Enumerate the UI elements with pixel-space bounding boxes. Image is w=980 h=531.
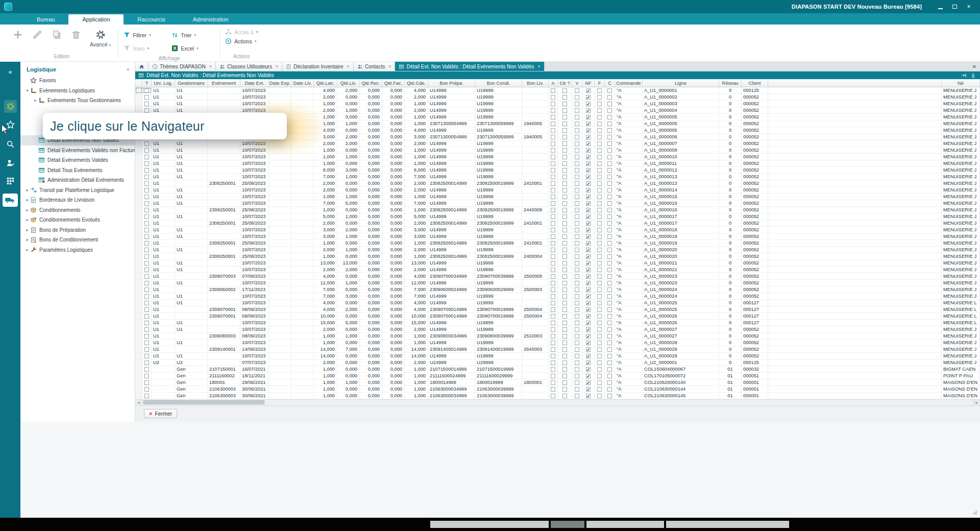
checkbox[interactable] (575, 394, 579, 398)
checkbox[interactable]: ✓ (586, 188, 591, 192)
cell-reseau[interactable]: 0 (719, 87, 742, 93)
cell-ligne[interactable]: A_U1_0000018 (643, 227, 719, 233)
cell-a[interactable] (549, 140, 558, 147)
cell-f[interactable] (595, 180, 605, 186)
cell-qte_rec[interactable]: 0,000 (360, 240, 382, 246)
cell-bon_condi[interactable]: 23090700019999 (475, 306, 522, 312)
checkbox[interactable] (607, 181, 612, 186)
checkbox[interactable] (144, 254, 149, 259)
checkbox[interactable]: ✓ (586, 108, 591, 113)
edit-button[interactable] (32, 29, 43, 40)
checkbox[interactable] (575, 314, 579, 319)
cell-qte_liv[interactable]: 5,000 (337, 200, 360, 206)
cell-f[interactable] (595, 160, 605, 166)
cell-f[interactable] (595, 233, 605, 239)
cell-qte_rec[interactable]: 0,000 (360, 94, 382, 100)
cell-ligne[interactable]: A_U1_0000006 (643, 127, 719, 133)
cell-blank[interactable] (768, 340, 942, 346)
cell-evt[interactable] (208, 260, 240, 266)
cell-t[interactable] (142, 140, 152, 147)
cell-date_evt[interactable]: 30/06/2021 (240, 386, 269, 392)
cell-a[interactable] (549, 293, 558, 299)
cell-bon_liv[interactable] (522, 260, 549, 266)
cell-a[interactable] (549, 180, 558, 186)
cell-nf[interactable]: ✓ (582, 273, 595, 279)
cell-nf[interactable]: ✓ (582, 240, 595, 246)
checkbox[interactable] (551, 367, 555, 372)
checkbox[interactable] (551, 274, 555, 279)
cell-qte_rec[interactable]: 0,000 (360, 134, 382, 140)
cell-client[interactable]: 000125 (742, 359, 768, 366)
cell-client[interactable]: 000052 (742, 147, 768, 153)
cell-bon_prepa[interactable]: 23090600024999 (428, 286, 475, 293)
cell-qte_liv[interactable]: 2,000 (337, 140, 360, 147)
checkbox[interactable] (551, 228, 555, 232)
cell-reseau[interactable]: 0 (719, 267, 742, 273)
cell-gest[interactable] (175, 240, 208, 246)
cell-a[interactable] (549, 280, 558, 286)
cell-f[interactable] (595, 127, 605, 133)
checkbox[interactable] (144, 248, 149, 252)
cell-c[interactable] (605, 120, 615, 127)
cell-bon_condi[interactable]: 23082500019999 (475, 220, 522, 226)
cell-bon_condi[interactable]: 21063000039999 (475, 386, 522, 392)
chevron-right-icon[interactable]: ▸ (24, 188, 30, 192)
checkbox[interactable] (562, 380, 567, 385)
checkbox[interactable] (607, 374, 612, 378)
cell-nom[interactable]: MENUISERIE J (942, 326, 980, 332)
checkbox[interactable]: ✓ (586, 367, 591, 372)
cell-a[interactable] (549, 174, 558, 180)
cell-bon_liv[interactable] (522, 300, 549, 306)
cell-c[interactable] (605, 346, 615, 352)
cell-c[interactable] (605, 187, 615, 193)
cell-unilog[interactable]: U1 (152, 267, 175, 273)
cell-qte_rec[interactable]: 0,000 (360, 174, 382, 180)
cell-commande[interactable]: "A (615, 227, 643, 233)
cell-qte_rec[interactable]: 0,000 (360, 373, 382, 379)
cell-unilog[interactable]: U1 (152, 293, 175, 299)
cell-bon_condi[interactable]: U19999 (475, 200, 522, 206)
col-header-v[interactable]: V (572, 79, 582, 87)
cell-date_exp[interactable] (269, 340, 291, 346)
menu-tab-bureau[interactable]: Bureau (23, 14, 68, 25)
checkbox[interactable] (562, 354, 567, 358)
table-row[interactable]: U1230825000125/08/20232,0000,0000,0000,0… (135, 180, 980, 187)
cell-f[interactable] (595, 267, 605, 273)
cell-bon_prepa[interactable]: U14999 (428, 213, 475, 220)
cell-bon_condi[interactable]: U29999 (475, 359, 522, 366)
cell-date_evt[interactable]: 10/07/2023 (240, 247, 269, 253)
cell-nf[interactable]: ✓ (582, 286, 595, 293)
cell-ligne[interactable]: COL210630000145 (643, 393, 719, 399)
cell-qte_liv[interactable]: 0,000 (337, 340, 360, 346)
cell-ctr[interactable] (558, 107, 572, 113)
cell-qte_rec[interactable]: 0,000 (360, 87, 382, 93)
cell-bon_liv[interactable] (522, 247, 549, 253)
cell-evt[interactable]: 2106300003 (208, 386, 240, 392)
cell-ctr[interactable] (558, 240, 572, 246)
cell-ligne[interactable]: A_U1_0000011 (643, 160, 719, 166)
cell-nom[interactable]: MENUISERIE L (942, 306, 980, 312)
cell-reseau[interactable]: 0 (719, 187, 742, 193)
cell-ligne[interactable]: A_U1_0000028 (643, 340, 719, 346)
cell-bon_condi[interactable]: U19999 (475, 326, 522, 332)
cell-qte_rec[interactable]: 0,000 (360, 300, 382, 306)
checkbox[interactable] (607, 161, 612, 166)
cell-bon_prepa[interactable]: U14999 (428, 127, 475, 133)
cell-bon_liv[interactable]: 2500004 (522, 306, 549, 312)
cell-qte_cde[interactable]: 4,000 (405, 273, 428, 279)
cell-nf[interactable]: ✓ (582, 107, 595, 113)
cell-ligne[interactable]: A_U1_0000023 (643, 273, 719, 279)
cell-reseau[interactable]: 0 (719, 134, 742, 140)
cell-date_exp[interactable] (269, 167, 291, 173)
cell-client[interactable]: 000052 (742, 127, 768, 133)
cell-ctr[interactable] (558, 313, 572, 319)
cell-qte_rec[interactable]: 0,000 (360, 346, 382, 352)
checkbox[interactable] (144, 201, 149, 206)
cell-evt[interactable]: 2107150001 (208, 366, 240, 372)
cell-evt[interactable]: 2308250001 (208, 220, 240, 226)
cell-ligne[interactable]: A_U1_0000024 (643, 293, 719, 299)
cell-bon_liv[interactable] (522, 107, 549, 113)
cell-nom[interactable]: MENUISERIE J (942, 200, 980, 206)
cell-qte_rec[interactable]: 0,000 (360, 194, 382, 200)
cell-date_evt[interactable]: 25/08/2023 (240, 220, 269, 226)
